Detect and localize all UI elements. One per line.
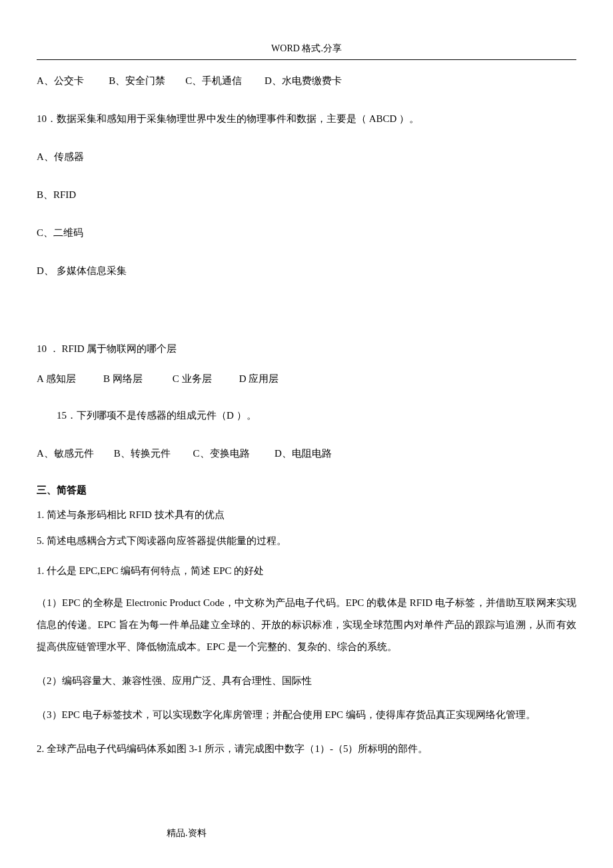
q10b-text: 10 ． RFID 属于物联网的哪个层	[37, 340, 576, 358]
q9-options: A、公交卡 B、安全门禁 C、手机通信 D、水电费缴费卡	[37, 72, 576, 90]
q10-option-a: A、传感器	[37, 148, 576, 166]
q15-text: 15．下列哪项不是传感器的组成元件（D ）。	[57, 407, 576, 425]
q10b-options: A 感知层 B 网络层 C 业务层 D 应用层	[37, 370, 576, 388]
q15-options: A、敏感元件 B、转换元件 C、变换电路 D、电阻电路	[37, 445, 576, 463]
section3-answer3: （3）EPC 电子标签技术，可以实现数字化库房管理；并配合使用 EPC 编码，使…	[37, 704, 576, 726]
section3-q1b: 1. 什么是 EPC,EPC 编码有何特点，简述 EPC 的好处	[37, 562, 576, 580]
page-footer: 精品.资料	[167, 825, 207, 841]
section3-q1: 1. 简述与条形码相比 RFID 技术具有的优点	[37, 506, 576, 524]
section3-title: 三、简答题	[37, 481, 576, 499]
page-header: WORD 格式.分享	[37, 40, 576, 57]
section3-q2: 2. 全球产品电子代码编码体系如图 3-1 所示，请完成图中数字（1）-（5）所…	[37, 738, 576, 760]
q10-text: 10．数据采集和感知用于采集物理世界中发生的物理事件和数据，主要是（ ABCD …	[37, 110, 576, 128]
q10-option-b: B、RFID	[37, 186, 576, 204]
q10-option-c: C、二维码	[37, 224, 576, 242]
header-divider	[37, 59, 576, 60]
section3-answer2: （2）编码容量大、兼容性强、应用广泛、具有合理性、国际性	[37, 670, 576, 692]
section3-answer1: （1）EPC 的全称是 Electronic Product Code，中文称为…	[37, 592, 576, 658]
q10-option-d: D、 多媒体信息采集	[37, 262, 576, 280]
section3-q5: 5. 简述电感耦合方式下阅读器向应答器提供能量的过程。	[37, 532, 576, 550]
